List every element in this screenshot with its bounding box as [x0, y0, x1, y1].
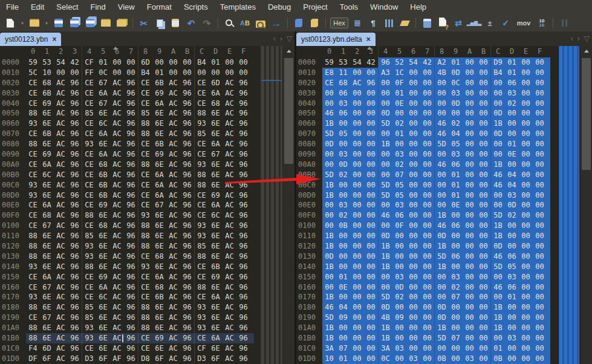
hex-byte[interactable]: 00: [519, 210, 533, 221]
hex-byte[interactable]: 00: [420, 354, 434, 364]
hex-byte[interactable]: 96: [68, 221, 82, 231]
hex-byte[interactable]: 88: [138, 231, 152, 241]
hex-byte[interactable]: 02: [449, 119, 463, 129]
hex-byte[interactable]: 00: [336, 252, 350, 262]
hex-byte[interactable]: 00: [420, 119, 434, 129]
hex-byte[interactable]: 69: [96, 200, 110, 210]
hex-byte[interactable]: 69: [40, 149, 54, 160]
hex-byte[interactable]: 02: [449, 282, 463, 293]
hex-byte[interactable]: 00: [406, 170, 420, 180]
hex-byte[interactable]: AC: [223, 180, 236, 190]
hex-byte[interactable]: 00: [533, 272, 547, 282]
hex-byte[interactable]: 93: [82, 252, 96, 262]
hex-byte[interactable]: 00: [477, 313, 490, 323]
hex-byte[interactable]: 00: [364, 210, 378, 221]
scrollbar-thumb[interactable]: [284, 58, 293, 164]
hex-byte[interactable]: 1B: [434, 241, 449, 252]
hex-byte[interactable]: 6A: [40, 200, 54, 210]
hex-byte[interactable]: 1B: [378, 323, 392, 333]
hex-byte[interactable]: 00: [477, 231, 490, 241]
hex-byte[interactable]: 1B: [378, 252, 392, 262]
right-scrollbar[interactable]: [581, 46, 592, 364]
hex-byte[interactable]: 88: [138, 241, 152, 252]
hex-byte[interactable]: AC: [166, 88, 180, 99]
hex-byte[interactable]: AC: [223, 99, 236, 109]
hex-byte[interactable]: 85: [82, 231, 96, 241]
hex-byte[interactable]: 6C: [96, 292, 110, 302]
hex-byte[interactable]: 00: [463, 99, 477, 109]
hex-byte[interactable]: CE: [82, 170, 96, 180]
hex-byte[interactable]: AC: [110, 210, 124, 221]
hex-byte[interactable]: 0B: [336, 221, 350, 231]
hex-byte[interactable]: 00: [420, 99, 434, 109]
hex-byte[interactable]: 00: [350, 282, 364, 293]
hex-byte[interactable]: 46: [322, 108, 336, 119]
hex-byte[interactable]: 00: [364, 252, 378, 262]
hex-byte[interactable]: 96: [124, 221, 138, 231]
hex-byte[interactable]: 00: [378, 99, 392, 109]
hex-byte[interactable]: 00: [463, 129, 477, 139]
hex-byte[interactable]: 96: [180, 129, 194, 139]
hex-byte[interactable]: 00: [406, 252, 420, 262]
hex-byte[interactable]: 96: [180, 231, 194, 241]
hex-byte[interactable]: 00: [350, 88, 364, 99]
hex-byte[interactable]: 0C: [378, 354, 392, 364]
menu-debug[interactable]: Debug: [262, 0, 297, 15]
hex-byte[interactable]: 96: [180, 323, 194, 333]
hex-byte[interactable]: AC: [54, 88, 68, 99]
hex-byte[interactable]: 6E: [40, 302, 54, 313]
hex-byte[interactable]: 00: [490, 149, 505, 160]
hex-byte[interactable]: 6E: [40, 252, 54, 262]
hex-byte[interactable]: 03: [449, 149, 463, 160]
hex-byte[interactable]: 6B: [209, 262, 223, 272]
hex-byte[interactable]: 00: [364, 302, 378, 313]
hex-byte[interactable]: AC: [223, 343, 236, 354]
hex-byte[interactable]: 93: [26, 190, 40, 201]
hex-byte[interactable]: 6E: [96, 343, 110, 354]
hex-byte[interactable]: 00: [406, 210, 420, 221]
hex-byte[interactable]: 68: [209, 99, 223, 109]
hex-byte[interactable]: 03: [406, 354, 420, 364]
hex-byte[interactable]: 00: [350, 333, 364, 343]
hex-byte[interactable]: 96: [124, 272, 138, 282]
hex-byte[interactable]: 88: [138, 302, 152, 313]
hex-byte[interactable]: 00: [350, 252, 364, 262]
hex-byte[interactable]: 85: [138, 108, 152, 119]
hex-byte[interactable]: 88: [194, 252, 209, 262]
hex-byte[interactable]: 00: [463, 149, 477, 160]
hex-byte[interactable]: 00: [420, 68, 434, 78]
hex-byte[interactable]: 67: [40, 221, 54, 231]
run-script-icon[interactable]: [291, 16, 306, 30]
hex-byte[interactable]: 1B: [434, 210, 449, 221]
hex-byte[interactable]: 54: [406, 57, 420, 68]
hex-byte[interactable]: AC: [166, 149, 180, 160]
hex-byte[interactable]: 88: [194, 170, 209, 180]
hex-byte[interactable]: 00: [420, 292, 434, 302]
hex-byte[interactable]: CE: [138, 139, 152, 149]
hex-byte[interactable]: 6E: [209, 241, 223, 252]
hex-byte[interactable]: 6B: [96, 190, 110, 201]
hex-byte[interactable]: 0D: [434, 313, 449, 323]
hex-byte[interactable]: 88: [26, 241, 40, 252]
hex-byte[interactable]: 00: [519, 272, 533, 282]
hex-byte[interactable]: CE: [26, 282, 40, 293]
menu-project[interactable]: Project: [297, 0, 333, 15]
hex-byte[interactable]: 93: [82, 241, 96, 252]
hex-byte[interactable]: 96: [124, 170, 138, 180]
hex-byte[interactable]: 00: [505, 323, 519, 333]
hex-byte[interactable]: 96: [180, 302, 194, 313]
tab-yst00123-ybn[interactable]: yst00123.ybn ×: [0, 33, 61, 46]
hex-byte[interactable]: AC: [110, 292, 124, 302]
hex-byte[interactable]: 88: [138, 323, 152, 333]
hex-byte[interactable]: 6A: [152, 180, 166, 190]
hex-byte[interactable]: 96: [236, 262, 250, 272]
hex-byte[interactable]: AC: [166, 210, 180, 221]
hex-byte[interactable]: CE: [138, 292, 152, 302]
hex-byte[interactable]: 00: [406, 108, 420, 119]
hex-byte[interactable]: CE: [194, 139, 209, 149]
hex-byte[interactable]: AC: [166, 272, 180, 282]
hex-byte[interactable]: 67: [209, 149, 223, 160]
hex-byte[interactable]: AC: [54, 272, 68, 282]
hex-byte[interactable]: AC: [166, 343, 180, 354]
hex-byte[interactable]: 88: [138, 160, 152, 170]
